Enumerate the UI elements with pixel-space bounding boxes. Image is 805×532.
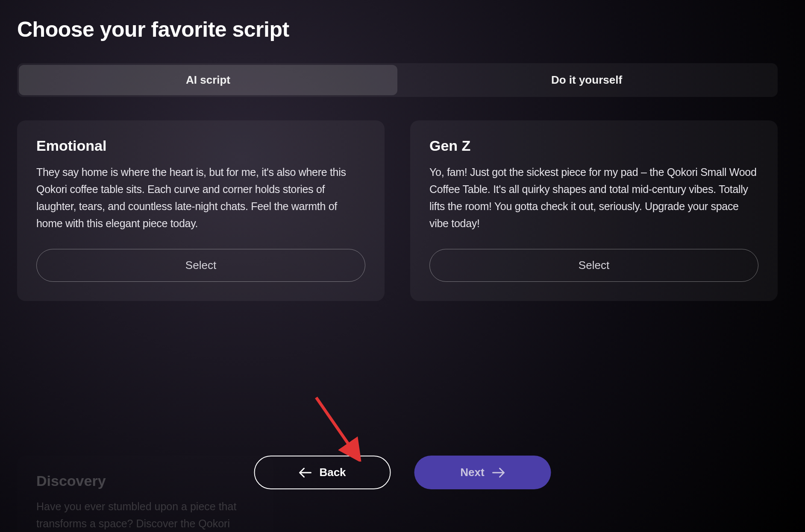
tab-bar: AI script Do it yourself	[17, 63, 778, 97]
page-title: Choose your favorite script	[17, 17, 788, 42]
script-card-genz: Gen Z Yo, fam! Just got the sickest piec…	[410, 120, 778, 301]
script-cards: Emotional They say home is where the hea…	[17, 120, 778, 301]
arrow-left-icon	[299, 468, 311, 478]
back-button[interactable]: Back	[254, 456, 391, 489]
back-button-label: Back	[319, 466, 346, 479]
next-button[interactable]: Next	[414, 456, 551, 489]
script-card-title: Gen Z	[429, 137, 758, 154]
select-button-genz[interactable]: Select	[429, 249, 758, 282]
script-card-title: Discovery	[36, 473, 254, 489]
next-button-label: Next	[460, 466, 484, 479]
arrow-right-icon	[492, 468, 505, 478]
script-card-body: Have you ever stumbled upon a piece that…	[36, 498, 254, 532]
select-button-emotional[interactable]: Select	[36, 249, 365, 282]
tab-do-it-yourself[interactable]: Do it yourself	[397, 65, 776, 95]
script-card-discovery-partial: Discovery Have you ever stumbled upon a …	[17, 456, 273, 532]
tab-ai-script[interactable]: AI script	[19, 65, 397, 95]
svg-line-0	[316, 398, 355, 453]
footer-nav: Back Next	[254, 456, 551, 489]
script-card-emotional: Emotional They say home is where the hea…	[17, 120, 385, 301]
script-card-title: Emotional	[36, 137, 365, 154]
script-card-body: They say home is where the heart is, but…	[36, 164, 365, 232]
annotation-arrow-icon	[312, 393, 367, 462]
script-card-body: Yo, fam! Just got the sickest piece for …	[429, 164, 758, 232]
